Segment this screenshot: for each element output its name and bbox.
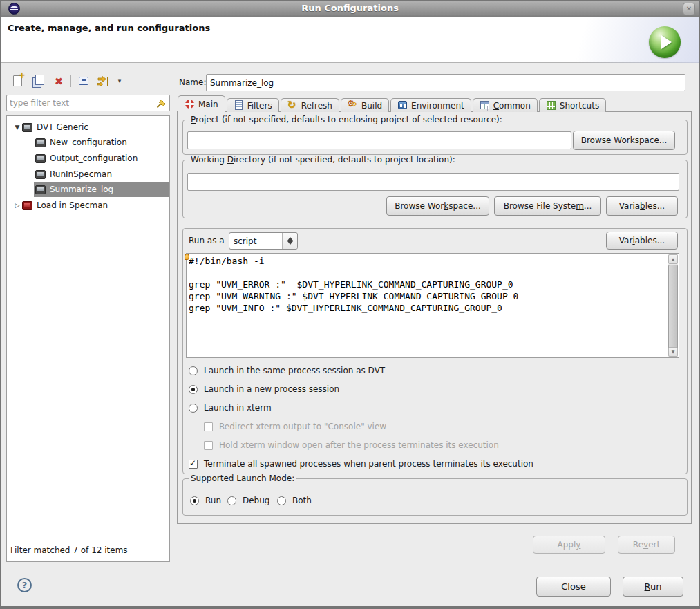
tab-environment[interactable]: Environment (390, 98, 471, 112)
tab-refresh[interactable]: ↻ Refresh (281, 98, 339, 112)
chevron-down-icon: ▾ (111, 73, 128, 88)
working-directory-input[interactable] (187, 173, 679, 191)
main-tab-icon (185, 99, 195, 109)
radio-same-process-session[interactable]: Launch in the same process session as DV… (189, 364, 385, 377)
working-directory-group-title: Working Directory (if not specified, def… (189, 155, 457, 165)
checkbox-redirect-xterm-output: Redirect xterm output to "Console" view (204, 420, 386, 433)
filter-arrows-icon (97, 76, 109, 86)
footer-divider (1, 568, 699, 568)
project-input[interactable] (187, 131, 571, 149)
combo-spinner-icon[interactable] (282, 233, 297, 249)
filters-tab-icon (234, 100, 244, 111)
new-config-icon (13, 75, 22, 86)
tree-item-runinspecman[interactable]: RunInSpecman (7, 167, 169, 182)
radio-icon[interactable] (227, 496, 236, 505)
name-label: Name: (179, 77, 206, 87)
tree-item-output-configuration[interactable]: Output_configuration (7, 151, 169, 166)
build-tab-icon: ⚙ (348, 100, 358, 111)
scroll-up-icon[interactable]: ▲ (668, 254, 678, 264)
tab-main[interactable]: Main (178, 95, 225, 112)
environment-tab-icon (397, 100, 408, 111)
duplicate-configuration-button[interactable] (30, 73, 46, 90)
run-as-combo[interactable]: script (229, 232, 298, 250)
radio-mode-run[interactable]: Run (190, 494, 221, 507)
toolbar-separator (70, 75, 71, 87)
radio-new-process-session[interactable]: Launch in a new process session (189, 383, 339, 395)
duplicate-icon (32, 75, 44, 87)
tree-item-dvt-generic[interactable]: ▼ DVT Generic (7, 120, 169, 135)
name-input[interactable] (206, 74, 685, 91)
script-scrollbar[interactable]: ▲ ▼ (668, 254, 678, 357)
tree-item-summarize-log[interactable]: Summarize_log (7, 182, 169, 197)
checkbox-icon (204, 441, 213, 450)
config-icon (35, 185, 46, 194)
specman-config-type-icon (22, 201, 32, 210)
tree-item-load-in-specman[interactable]: ▷ Load in Specman (7, 198, 169, 213)
page-title: Create, manage, and run configurations (8, 23, 210, 33)
common-tab-icon (480, 100, 490, 111)
radio-icon[interactable] (189, 366, 198, 375)
close-icon[interactable]: ✕ (683, 3, 695, 15)
collapse-all-button[interactable] (75, 73, 92, 90)
expander-expanded-icon[interactable]: ▼ (12, 124, 22, 131)
tab-build[interactable]: ⚙ Build (341, 98, 389, 112)
radio-launch-in-xterm[interactable]: Launch in xterm (189, 402, 272, 414)
help-icon[interactable]: ? (17, 578, 32, 592)
tab-bar: Main Filters ↻ Refresh ⚙ Build Environme… (178, 95, 607, 112)
workdir-browse-workspace-button[interactable]: Browse Workspace... (386, 196, 489, 216)
refresh-tab-icon: ↻ (287, 100, 298, 111)
checkbox-hold-xterm-open: Hold xterm window open after the process… (204, 439, 499, 451)
filter-launch-configurations-button[interactable] (95, 73, 111, 90)
main-tab-content: Project (if not specified, defaults to e… (177, 111, 692, 524)
run-play-icon (649, 26, 681, 58)
config-icon (35, 154, 46, 163)
close-button[interactable]: Close (536, 577, 611, 597)
workdir-variables-button[interactable]: Variables... (606, 196, 678, 216)
tab-filters[interactable]: Filters (227, 98, 279, 112)
scroll-down-icon[interactable]: ▼ (668, 347, 678, 357)
config-icon (35, 138, 46, 147)
supported-launch-mode-title: Supported Launch Mode: (189, 474, 296, 483)
project-group: Project (if not specified, defaults to e… (182, 120, 688, 155)
scrollbar-thumb[interactable] (668, 265, 678, 355)
collapse-all-icon (79, 77, 88, 85)
tree-item-new-configuration[interactable]: New_configuration (7, 135, 169, 150)
config-type-icon (22, 123, 32, 132)
filter-match-status: Filter matched 7 of 12 items (10, 545, 128, 555)
titlebar[interactable]: Run Configurations ✕ (1, 1, 699, 17)
toolbar-menu-button[interactable]: ▾ (111, 73, 128, 90)
project-group-title: Project (if not specified, defaults to e… (189, 115, 504, 124)
tab-shortcuts[interactable]: Shortcuts (539, 98, 606, 112)
checkbox-checked-icon[interactable] (189, 460, 198, 469)
shortcuts-tab-icon (546, 100, 556, 111)
script-editor[interactable]: #!/bin/bash -i grep "UVM_ERROR :" $DVT_H… (186, 253, 679, 358)
radio-mode-both[interactable]: Both (277, 494, 312, 507)
radio-icon[interactable] (277, 496, 286, 505)
checkbox-icon (204, 422, 213, 431)
script-text[interactable]: #!/bin/bash -i grep "UVM_ERROR :" $DVT_H… (189, 255, 666, 356)
filter-input[interactable] (10, 97, 151, 109)
tab-common[interactable]: Common (473, 98, 538, 112)
expander-collapsed-icon[interactable]: ▷ (12, 202, 22, 209)
delete-configuration-button[interactable]: ✖ (50, 73, 67, 90)
apply-button: Apply (533, 536, 605, 554)
new-configuration-button[interactable] (9, 73, 26, 90)
run-button[interactable]: Run (623, 577, 683, 597)
project-browse-workspace-button[interactable]: Browse Workspace... (573, 131, 675, 150)
run-group: Run as a script Variables... #!/bin/bash… (182, 228, 688, 474)
script-variables-button[interactable]: Variables... (606, 232, 678, 250)
run-configurations-dialog: Run Configurations ✕ Create, manage, and… (0, 0, 700, 609)
workdir-browse-file-system-button[interactable]: Browse File System... (494, 196, 601, 216)
window-title: Run Configurations (1, 3, 699, 13)
revert-button: Revert (618, 536, 675, 554)
radio-selected-icon[interactable] (189, 385, 198, 394)
supported-launch-mode-group: Supported Launch Mode: Run Debug Both (182, 478, 688, 516)
configurations-tree: ▼ DVT Generic New_configuration Output_c… (6, 115, 170, 562)
working-directory-group: Working Directory (if not specified, def… (182, 160, 688, 218)
checkbox-terminate-spawned-processes[interactable]: Terminate all spawned processes when par… (189, 458, 533, 470)
radio-selected-icon[interactable] (190, 496, 199, 505)
clear-filter-broom-icon[interactable] (155, 97, 167, 109)
run-as-label: Run as a (189, 236, 225, 245)
radio-icon[interactable] (189, 404, 198, 413)
radio-mode-debug[interactable]: Debug (227, 494, 269, 507)
